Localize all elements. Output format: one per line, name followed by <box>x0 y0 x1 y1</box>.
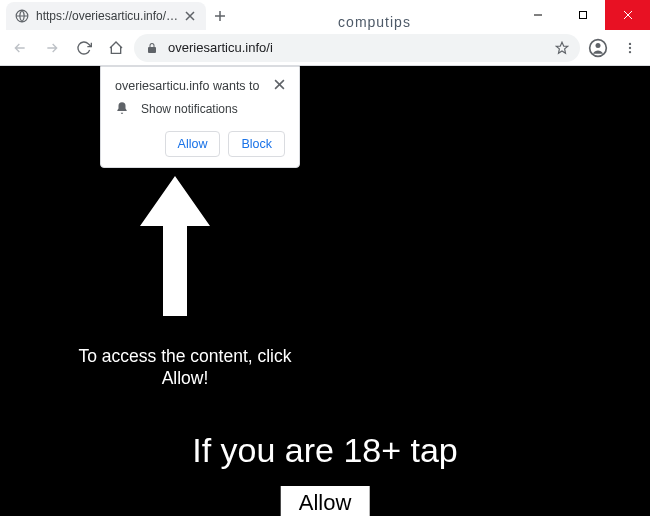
access-instruction-text: To access the content, click Allow! <box>65 346 305 390</box>
notification-origin: overiesarticu.info wants to <box>115 79 260 93</box>
up-arrow-icon <box>135 176 215 316</box>
page-allow-button[interactable]: Allow <box>281 486 370 516</box>
age-gate-text: If you are 18+ tap <box>0 431 650 470</box>
window-minimize-button[interactable] <box>515 0 560 30</box>
window-close-button[interactable] <box>605 0 650 30</box>
profile-button[interactable] <box>584 34 612 62</box>
svg-rect-1 <box>579 12 586 19</box>
svg-point-4 <box>629 42 631 44</box>
notification-allow-button[interactable]: Allow <box>165 131 221 157</box>
watermark-text: computips <box>338 14 411 30</box>
tab-close-icon[interactable] <box>182 8 198 24</box>
lock-icon <box>144 40 160 56</box>
address-text: overiesarticu.info/i <box>168 40 554 55</box>
bell-icon <box>115 101 131 117</box>
window-titlebar: https://overiesarticu.info/GO8?ta comput… <box>0 0 650 30</box>
new-tab-button[interactable] <box>206 2 234 30</box>
browser-toolbar: overiesarticu.info/i <box>0 30 650 66</box>
browser-tab[interactable]: https://overiesarticu.info/GO8?ta <box>6 2 206 30</box>
notification-permission-popup: overiesarticu.info wants to Show notific… <box>100 66 300 168</box>
page-viewport: overiesarticu.info wants to Show notific… <box>0 66 650 516</box>
forward-button[interactable] <box>38 34 66 62</box>
svg-point-5 <box>629 46 631 48</box>
notification-message: Show notifications <box>141 102 238 116</box>
reload-button[interactable] <box>70 34 98 62</box>
tab-title: https://overiesarticu.info/GO8?ta <box>36 9 182 23</box>
notification-block-button[interactable]: Block <box>228 131 285 157</box>
window-maximize-button[interactable] <box>560 0 605 30</box>
svg-point-3 <box>596 43 601 48</box>
bookmark-star-icon[interactable] <box>554 40 570 56</box>
back-button[interactable] <box>6 34 34 62</box>
svg-point-6 <box>629 50 631 52</box>
close-icon[interactable] <box>274 79 285 90</box>
home-button[interactable] <box>102 34 130 62</box>
address-bar[interactable]: overiesarticu.info/i <box>134 34 580 62</box>
window-controls <box>515 0 650 30</box>
globe-icon <box>14 8 30 24</box>
menu-button[interactable] <box>616 34 644 62</box>
